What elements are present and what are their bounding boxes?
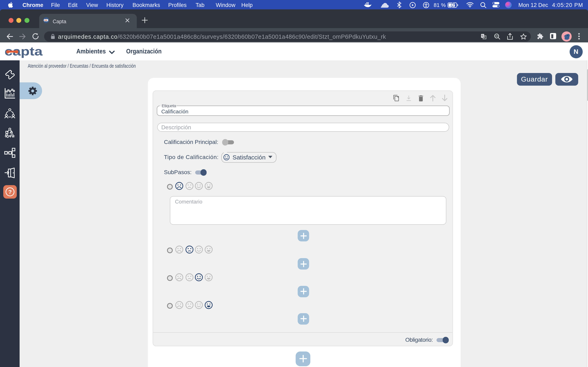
svg-text:?: ? <box>8 189 11 195</box>
svg-text:G: G <box>481 34 483 37</box>
